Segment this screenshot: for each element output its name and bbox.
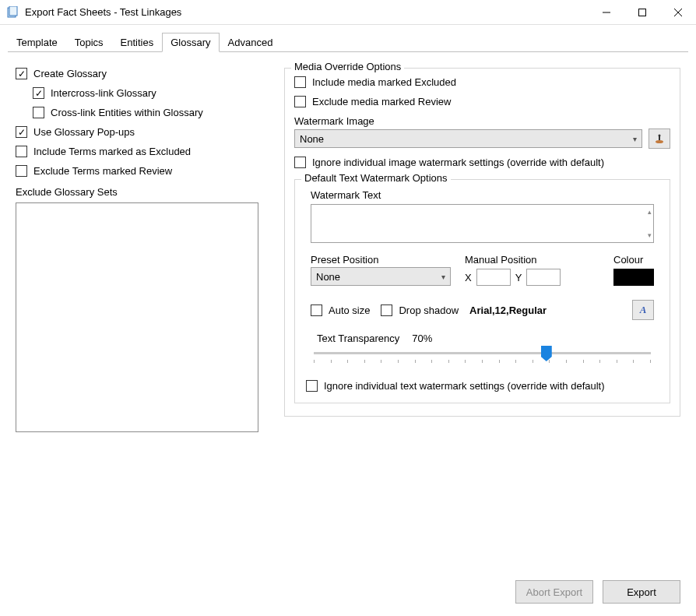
exclude-sets-listbox[interactable]	[16, 202, 258, 432]
preset-position-label: Preset Position	[311, 254, 451, 266]
exclude-review-media-label: Exclude media marked Review	[312, 96, 451, 107]
include-excluded-media-checkbox[interactable]	[294, 76, 306, 88]
ignore-image-wm-checkbox[interactable]	[294, 157, 306, 168]
watermark-image-value: None	[300, 133, 324, 145]
app-icon	[6, 6, 19, 19]
exclude-review-terms-label: Exclude Terms marked Review	[33, 165, 172, 177]
crosslink-entities-checkbox[interactable]	[33, 107, 44, 118]
intercross-checkbox[interactable]	[33, 87, 44, 99]
font-description: Arial,12,Regular	[469, 304, 547, 316]
spin-down-icon[interactable]: ▾	[648, 231, 652, 239]
font-picker-button[interactable]: A	[632, 300, 654, 320]
text-watermark-group: Default Text Watermark Options Watermark…	[294, 179, 670, 403]
svg-point-8	[659, 135, 661, 137]
minimize-button[interactable]	[589, 0, 624, 25]
colour-swatch[interactable]	[613, 269, 654, 286]
preset-position-select[interactable]: None ▾	[311, 267, 451, 286]
abort-export-button: Abort Export	[515, 580, 593, 604]
tab-entities[interactable]: Entities	[112, 33, 163, 52]
crosslink-entities-label: Cross-link Entities within Glossary	[51, 107, 203, 118]
svg-rect-3	[639, 9, 646, 16]
tabs: Template Topics Entities Glossary Advanc…	[0, 25, 696, 52]
auto-size-checkbox[interactable]	[311, 304, 322, 316]
watermark-text-label: Watermark Text	[311, 189, 654, 201]
window-title: Export Fact Sheets - Test Linkages	[25, 6, 589, 18]
manual-x-label: X	[465, 272, 472, 283]
use-popup-label: Use Glossary Pop-ups	[33, 126, 135, 138]
manual-y-input[interactable]	[526, 269, 561, 286]
transparency-value: 70%	[412, 333, 432, 344]
create-glossary-label: Create Glossary	[33, 68, 107, 79]
manual-x-input[interactable]	[476, 269, 511, 286]
colour-label: Colour	[613, 254, 643, 266]
exclude-sets-label: Exclude Glossary Sets	[16, 186, 269, 198]
tab-advanced[interactable]: Advanced	[220, 33, 282, 52]
export-button[interactable]: Export	[603, 580, 680, 604]
spin-up-icon[interactable]: ▴	[648, 208, 652, 216]
chevron-down-icon: ▾	[633, 135, 637, 143]
watermark-text-input[interactable]: ▴ ▾	[311, 204, 654, 243]
maximize-button[interactable]	[624, 0, 660, 25]
drop-shadow-label: Drop shadow	[399, 304, 459, 316]
remove-watermark-button[interactable]	[649, 128, 670, 149]
exclude-review-media-checkbox[interactable]	[294, 96, 306, 107]
ignore-text-wm-checkbox[interactable]	[306, 380, 318, 392]
tab-template[interactable]: Template	[8, 33, 66, 52]
svg-point-6	[656, 140, 663, 143]
tab-topics[interactable]: Topics	[66, 33, 112, 52]
include-excluded-media-label: Include media marked Excluded	[312, 76, 456, 88]
intercross-label: Intercross-link Glossary	[51, 87, 156, 99]
drop-shadow-checkbox[interactable]	[381, 304, 392, 316]
create-glossary-checkbox[interactable]	[16, 68, 27, 79]
svg-rect-1	[9, 6, 17, 16]
auto-size-label: Auto size	[329, 304, 370, 316]
ignore-text-wm-label: Ignore individual text watermark setting…	[324, 380, 605, 392]
transparency-slider[interactable]	[314, 347, 651, 366]
close-button[interactable]	[660, 0, 696, 25]
chevron-down-icon: ▾	[441, 273, 445, 281]
include-excluded-terms-label: Include Terms marked as Excluded	[33, 146, 191, 157]
titlebar: Export Fact Sheets - Test Linkages	[0, 0, 696, 25]
include-excluded-terms-checkbox[interactable]	[16, 146, 27, 157]
watermark-image-select[interactable]: None ▾	[294, 129, 642, 148]
media-override-legend: Media Override Options	[291, 61, 404, 72]
transparency-label: Text Transparency	[317, 333, 399, 344]
manual-y-label: Y	[515, 272, 522, 283]
slider-thumb[interactable]	[541, 346, 552, 361]
manual-position-label: Manual Position	[465, 254, 561, 266]
use-popup-checkbox[interactable]	[16, 126, 27, 138]
watermark-image-label: Watermark Image	[294, 115, 670, 127]
exclude-review-terms-checkbox[interactable]	[16, 165, 27, 177]
ignore-image-wm-label: Ignore individual image watermark settin…	[312, 157, 604, 168]
tab-glossary[interactable]: Glossary	[162, 33, 219, 52]
media-override-group: Media Override Options Include media mar…	[284, 68, 680, 417]
text-watermark-legend: Default Text Watermark Options	[301, 172, 451, 184]
preset-position-value: None	[316, 271, 340, 283]
